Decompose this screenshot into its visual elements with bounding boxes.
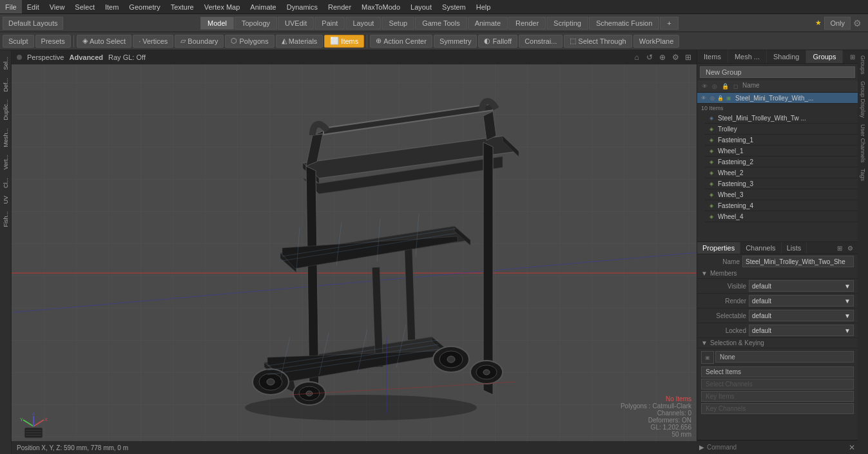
left-tab-duplic[interactable]: Duplic... xyxy=(1,95,10,124)
tab-layout[interactable]: Layout xyxy=(345,17,381,30)
tab-topology[interactable]: Topology xyxy=(235,17,277,30)
menu-view[interactable]: View xyxy=(44,0,70,14)
tab-animate[interactable]: Animate xyxy=(468,17,508,30)
list-item-5[interactable]: ◈ Wheel_2 xyxy=(705,167,858,178)
constraints-btn[interactable]: Constrai... xyxy=(519,35,563,48)
tab-game-tools[interactable]: Game Tools xyxy=(415,17,467,30)
list-item-1[interactable]: ◈ Trolley xyxy=(705,124,858,135)
list-item-9[interactable]: ◈ Wheel_4 xyxy=(705,211,858,222)
list-item-6[interactable]: ◈ Fastening_3 xyxy=(705,178,858,189)
menu-system[interactable]: System xyxy=(437,0,471,14)
key-items-btn[interactable]: Key Items xyxy=(701,391,854,402)
select-through-btn[interactable]: ⬚ Select Through xyxy=(564,35,632,48)
left-tab-fish[interactable]: Fish... xyxy=(1,207,10,231)
viewport-zoom-icon[interactable]: ⊕ xyxy=(657,52,668,63)
select-channels-btn[interactable]: Select Channels xyxy=(701,379,854,390)
list-item-0[interactable]: ◈ Steel_Mini_Trolley_With_Tw ... xyxy=(705,113,858,124)
viewport[interactable]: Perspective Advanced Ray GL: Off ⌂ ↺ ⊕ ⚙… xyxy=(12,50,697,454)
left-tab-sel[interactable]: Sel... xyxy=(1,53,10,74)
tab-schematic[interactable]: Schematic Fusion xyxy=(589,17,659,30)
boundary-btn[interactable]: ▱ Boundary xyxy=(175,35,224,48)
menu-texture[interactable]: Texture xyxy=(166,0,199,14)
locked-dropdown[interactable]: default ▼ xyxy=(749,325,854,336)
new-group-button[interactable]: New Group xyxy=(700,66,855,78)
g-render-icon[interactable]: ◎ xyxy=(708,94,716,102)
g-visible-icon[interactable]: 👁 xyxy=(700,94,708,102)
sel-keying-toggle[interactable]: ▼ xyxy=(701,339,708,346)
props-tab-lists[interactable]: Lists xyxy=(782,242,807,254)
select-items-btn[interactable]: Select Items xyxy=(701,366,854,377)
menu-layout[interactable]: Layout xyxy=(405,0,437,14)
vertices-btn[interactable]: · Vertices xyxy=(133,35,173,48)
render-dropdown[interactable]: default ▼ xyxy=(749,295,854,307)
viewport-settings-icon[interactable]: ⚙ xyxy=(670,52,681,63)
list-item-8[interactable]: ◈ Fastening_4 xyxy=(705,200,858,211)
viewport-expand-icon[interactable]: ⊞ xyxy=(682,52,694,63)
command-clear-icon[interactable]: ✕ xyxy=(846,443,858,452)
rp-expand-icon[interactable]: ⊞ xyxy=(847,52,858,62)
left-tab-mesh[interactable]: Mesh... xyxy=(1,124,10,151)
menu-maxtomodo[interactable]: MaxToModo xyxy=(356,0,405,14)
action-center-btn[interactable]: ⊕ Action Center xyxy=(370,35,432,48)
left-tab-def[interactable]: Def... xyxy=(1,74,10,96)
prop-name-input[interactable] xyxy=(742,256,854,267)
menu-help[interactable]: Help xyxy=(471,0,496,14)
menu-render[interactable]: Render xyxy=(323,0,356,14)
g-lock-icon[interactable]: 🔒 xyxy=(717,94,724,102)
left-tab-uv[interactable]: UV xyxy=(1,192,10,208)
rp-tab-items[interactable]: Items xyxy=(697,50,728,63)
right-tab-group-display[interactable]: Group Display xyxy=(858,79,867,120)
group-main-row[interactable]: 👁 ◎ 🔒 ▣ Steel_Mini_Trolley_With_... xyxy=(697,93,858,104)
menu-dynamics[interactable]: Dynamics xyxy=(282,0,323,14)
auto-select-btn[interactable]: ◈ Auto Select xyxy=(77,35,131,48)
rp-tab-groups[interactable]: Groups xyxy=(806,50,843,63)
props-settings-icon[interactable]: ⚙ xyxy=(845,243,855,253)
only-btn[interactable]: Only xyxy=(824,17,851,30)
menu-geometry[interactable]: Geometry xyxy=(124,0,165,14)
items-btn[interactable]: ⬜ Items xyxy=(324,35,364,48)
tab-scripting[interactable]: Scripting xyxy=(546,17,588,30)
menu-file[interactable]: File xyxy=(0,0,22,14)
polygons-btn[interactable]: ⬡ Polygons xyxy=(225,35,274,48)
command-input[interactable] xyxy=(707,444,846,451)
workplane-btn[interactable]: WorkPlane xyxy=(633,35,680,48)
presets-btn[interactable]: Presets xyxy=(35,35,71,48)
props-tab-channels[interactable]: Channels xyxy=(740,242,781,254)
viewport-advanced-label[interactable]: Advanced xyxy=(69,53,103,61)
tab-add[interactable]: + xyxy=(660,17,678,30)
menu-vertex-map[interactable]: Vertex Map xyxy=(199,0,246,14)
right-tab-groups[interactable]: Groups xyxy=(858,53,867,77)
tab-paint[interactable]: Paint xyxy=(314,17,345,30)
falloff-btn[interactable]: ◐ Falloff xyxy=(478,35,517,48)
tab-setup[interactable]: Setup xyxy=(381,17,414,30)
rp-tab-shading[interactable]: Shading xyxy=(767,50,806,63)
key-channels-btn[interactable]: Key Channels xyxy=(701,403,854,414)
menu-item[interactable]: Item xyxy=(100,0,124,14)
visible-dropdown[interactable]: default ▼ xyxy=(749,280,854,292)
menu-animate[interactable]: Animate xyxy=(245,0,281,14)
viewport-refresh-icon[interactable]: ↺ xyxy=(644,52,655,63)
list-item-3[interactable]: ◈ Wheel_1 xyxy=(705,146,858,156)
menu-edit[interactable]: Edit xyxy=(22,0,44,14)
symmetry-btn[interactable]: Symmetry xyxy=(434,35,477,48)
left-tab-cl[interactable]: Cl... xyxy=(1,174,10,192)
viewport-perspective-label[interactable]: Perspective xyxy=(27,53,64,61)
tab-model[interactable]: Model xyxy=(200,17,234,30)
list-item-7[interactable]: ◈ Wheel_3 xyxy=(705,189,858,200)
list-item-4[interactable]: ◈ Fastening_2 xyxy=(705,156,858,167)
tab-render[interactable]: Render xyxy=(508,17,546,30)
right-tab-tags[interactable]: Tags xyxy=(858,166,867,184)
rp-tab-mesh[interactable]: Mesh ... xyxy=(728,50,767,63)
sculpt-btn[interactable]: Sculpt xyxy=(3,35,34,48)
list-item-2[interactable]: ◈ Fastening_1 xyxy=(705,135,858,146)
default-layout-btn[interactable]: Default Layouts xyxy=(3,17,63,30)
props-tab-properties[interactable]: Properties xyxy=(697,242,740,254)
members-toggle-icon[interactable]: ▼ xyxy=(701,270,708,277)
tab-uvedit[interactable]: UVEdit xyxy=(278,17,314,30)
command-arrow-icon[interactable]: ▶ xyxy=(697,444,707,451)
right-tab-user-channels[interactable]: User Channels xyxy=(858,122,867,166)
viewport-home-icon[interactable]: ⌂ xyxy=(631,52,642,63)
settings-icon[interactable]: ⚙ xyxy=(853,18,862,28)
materials-btn[interactable]: ◭ Materials xyxy=(276,35,323,48)
props-expand-icon[interactable]: ⊞ xyxy=(834,243,845,253)
